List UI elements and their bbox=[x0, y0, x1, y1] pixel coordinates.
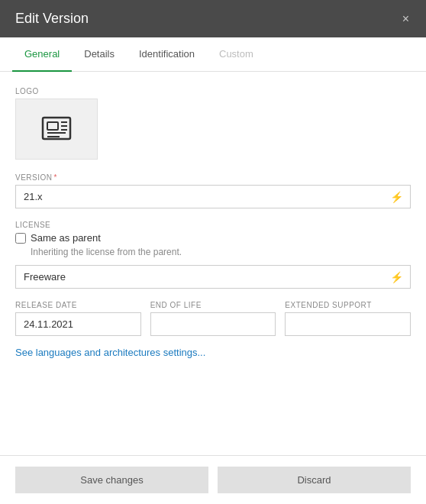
same-as-parent-label: Same as parent bbox=[31, 232, 101, 244]
license-lightning-icon: ⚡ bbox=[390, 271, 403, 283]
same-as-parent-row: Same as parent bbox=[15, 232, 411, 244]
license-label: LICENSE bbox=[15, 221, 411, 229]
form-content: LOGO VERSION* ⚡ LICENSE bbox=[0, 72, 426, 455]
end-of-life-input[interactable] bbox=[150, 312, 276, 336]
logo-icon bbox=[38, 110, 75, 149]
end-of-life-label: END OF LIFE bbox=[150, 301, 276, 309]
close-button[interactable]: × bbox=[398, 11, 414, 27]
inherit-note: Inheriting the license from the parent. bbox=[31, 247, 411, 257]
logo-label: LOGO bbox=[15, 87, 411, 95]
required-indicator: * bbox=[54, 173, 57, 182]
discard-button[interactable]: Discard bbox=[218, 467, 411, 493]
extended-support-input[interactable] bbox=[285, 312, 411, 336]
license-input[interactable] bbox=[15, 265, 411, 289]
end-of-life-field: END OF LIFE bbox=[150, 301, 276, 336]
version-input[interactable] bbox=[15, 185, 411, 208]
release-date-label: RELEASE DATE bbox=[15, 301, 141, 309]
extended-support-label: EXTENDED SUPPORT bbox=[285, 301, 411, 309]
tabs-bar: General Details Identification Custom bbox=[0, 37, 426, 72]
tab-general[interactable]: General bbox=[12, 37, 72, 72]
release-date-input[interactable] bbox=[15, 312, 141, 336]
tab-custom: Custom bbox=[207, 37, 266, 72]
svg-rect-1 bbox=[47, 122, 58, 130]
license-field-wrapper: ⚡ bbox=[15, 265, 411, 289]
footer: Save changes Discard bbox=[0, 455, 426, 504]
version-label: VERSION* bbox=[15, 173, 411, 182]
title-bar: Edit Version × bbox=[0, 0, 426, 37]
release-date-field: RELEASE DATE bbox=[15, 301, 141, 336]
dialog-title: Edit Version bbox=[15, 11, 89, 27]
version-field-wrapper: ⚡ bbox=[15, 185, 411, 208]
languages-architectures-link[interactable]: See languages and architectures settings… bbox=[15, 347, 205, 358]
tab-details[interactable]: Details bbox=[72, 37, 127, 72]
same-as-parent-checkbox[interactable] bbox=[15, 233, 26, 244]
logo-area[interactable] bbox=[15, 99, 98, 160]
tab-identification[interactable]: Identification bbox=[127, 37, 207, 72]
version-lightning-icon: ⚡ bbox=[390, 191, 403, 203]
save-changes-button[interactable]: Save changes bbox=[15, 467, 208, 493]
dates-row: RELEASE DATE END OF LIFE EXTENDED SUPPOR… bbox=[15, 301, 411, 336]
edit-version-dialog: Edit Version × General Details Identific… bbox=[0, 0, 426, 504]
extended-support-field: EXTENDED SUPPORT bbox=[285, 301, 411, 336]
